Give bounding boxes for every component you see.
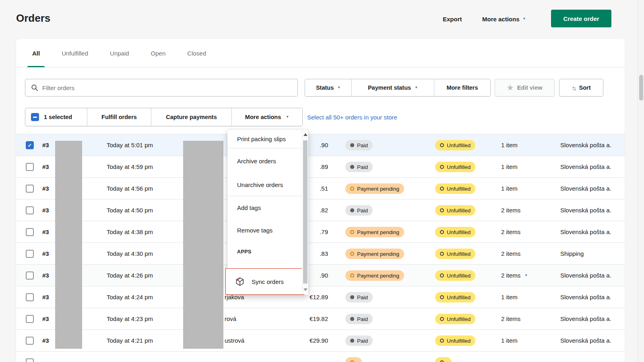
menu-item-sync-orders[interactable]: Sync orders — [225, 268, 304, 295]
row-checkbox[interactable] — [26, 185, 34, 193]
table-row[interactable]: #3 Today at 4:26 pm .90 Payment pending … — [16, 264, 625, 286]
fulfillment-status-badge: Unfulfilled — [435, 140, 475, 150]
items-count-cell: 1 item ▼ — [501, 286, 518, 308]
page-scrollbar-thumb[interactable] — [639, 75, 643, 101]
fulfillment-status-label: Unfulfilled — [447, 208, 471, 214]
order-total: €29.90 — [274, 330, 328, 352]
table-row[interactable]: #3 Today at 4:23 pm rová €19.82 Paid Unf… — [16, 308, 625, 329]
row-checkbox[interactable] — [26, 206, 34, 214]
payment-status-dot-icon — [350, 252, 354, 256]
tab-unfulfilled[interactable]: Unfulfilled — [55, 39, 95, 67]
items-count-cell: 1 item ▼ — [501, 134, 518, 156]
order-id: #3 — [42, 200, 49, 221]
items-count-cell: 2 items ▼ — [501, 200, 520, 221]
tab-all[interactable]: All — [26, 39, 46, 67]
order-id: #3 — [42, 243, 49, 265]
table-row[interactable]: ✓ #3 Today at 5:01 pm .90 Paid Unfulfill… — [16, 134, 625, 156]
payment-status-dot-icon — [350, 274, 354, 278]
chevron-down-icon: ▼ — [415, 86, 418, 89]
items-caret-icon[interactable]: ▼ — [524, 274, 528, 277]
row-checkbox[interactable] — [26, 163, 34, 171]
row-checkbox[interactable] — [26, 358, 34, 362]
menu-item-unarchive-orders[interactable]: Unarchive orders — [227, 173, 302, 196]
fulfillment-status-ring-icon — [440, 208, 444, 212]
select-all-store-link[interactable]: Select all 50+ orders in your store — [307, 108, 397, 126]
more-actions-header-button[interactable]: More actions ▼ — [482, 13, 526, 25]
fulfillment-status-label: Unfulfilled — [447, 186, 471, 192]
page-scrollbar[interactable] — [638, 0, 644, 362]
fulfill-orders-button[interactable]: Fulfill orders — [87, 108, 151, 126]
table-row[interactable]: #3 Today at 4:50 pm .82 Paid Unfulfilled… — [16, 199, 625, 221]
sort-arrows-icon: ↑↓ — [572, 84, 576, 91]
fulfillment-status-label: Unfulfilled — [447, 229, 471, 235]
row-checkbox[interactable] — [26, 272, 34, 280]
selected-count-segment[interactable]: 1 selected — [25, 108, 87, 126]
payment-status-badge — [345, 357, 362, 362]
menu-item-label: Sync orders — [252, 278, 284, 285]
fulfillment-status-label: Unfulfilled — [447, 251, 471, 257]
customer-name: ustrová — [225, 330, 244, 352]
status-filter-button[interactable]: Status ▼ — [305, 79, 351, 96]
fulfillment-status-ring-icon — [440, 165, 444, 169]
fulfillment-status-badge: Unfulfilled — [435, 270, 475, 281]
row-checkbox[interactable] — [26, 250, 34, 258]
create-order-button[interactable]: Create order — [551, 10, 611, 27]
table-row[interactable]: #3 Today at 4:21 pm ustrová €29.90 Paid … — [16, 329, 625, 351]
more-actions-menu: Print packing slips Archive orders Unarc… — [227, 130, 308, 295]
row-checkbox[interactable]: ✓ — [26, 141, 34, 149]
delivery-method: Slovenská pošta a. — [560, 200, 624, 221]
table-row[interactable]: #3 Today at 4:24 pm rjakova €12.89 Paid … — [16, 286, 625, 308]
edit-view-button[interactable]: ★ Edit view — [495, 79, 555, 97]
items-count-cell: 1 item ▼ — [501, 156, 518, 178]
payment-status-label: Paid — [357, 142, 368, 148]
export-button[interactable]: Export — [443, 13, 462, 25]
menu-item-remove-tags[interactable]: Remove tags — [227, 219, 302, 241]
menu-section-apps: APPS — [227, 241, 302, 262]
fulfillment-status-badge: Unfulfilled — [435, 227, 475, 237]
items-count: 2 items — [501, 308, 520, 330]
payment-status-badge: Paid — [345, 205, 373, 216]
sort-button[interactable]: ↑↓ Sort — [559, 79, 603, 97]
menu-scrollbar[interactable] — [302, 130, 308, 294]
delivery-method: Slovenská pošta a. — [560, 330, 624, 352]
chevron-down-icon: ▼ — [523, 17, 526, 21]
fulfillment-status-badge: Unfulfilled — [435, 183, 475, 194]
tab-closed[interactable]: Closed — [181, 39, 213, 67]
search-input[interactable] — [42, 84, 292, 91]
scroll-down-arrow-icon[interactable] — [303, 288, 308, 291]
items-count: 2 items — [501, 221, 520, 243]
table-row[interactable]: ▼ — [16, 351, 625, 362]
row-checkbox[interactable] — [26, 337, 34, 345]
order-date: Today at 4:24 pm — [107, 286, 153, 308]
select-all-checkbox[interactable] — [31, 113, 39, 121]
payment-status-label: Paid — [357, 164, 368, 170]
bulk-more-actions-button[interactable]: More actions ▼ — [231, 108, 302, 126]
menu-item-archive-orders[interactable]: Archive orders — [227, 149, 302, 173]
menu-item-add-tags[interactable]: Add tags — [227, 197, 302, 219]
fulfillment-status-ring-icon — [440, 339, 444, 343]
more-filters-button[interactable]: More filters — [434, 79, 490, 96]
payment-status-label: Paid — [357, 208, 368, 214]
table-row[interactable]: #3 Today at 4:30 pm .83 Payment pending … — [16, 243, 625, 264]
tab-unpaid[interactable]: Unpaid — [103, 39, 136, 67]
order-id: #3 — [42, 178, 49, 200]
scroll-up-arrow-icon[interactable] — [303, 133, 308, 136]
payment-status-badge: Paid — [345, 314, 373, 324]
payment-status-dot-icon — [350, 143, 354, 147]
payment-status-filter-button[interactable]: Payment status ▼ — [351, 79, 434, 96]
row-checkbox[interactable] — [26, 315, 34, 323]
menu-scrollbar-thumb[interactable] — [303, 140, 308, 284]
tab-open[interactable]: Open — [144, 39, 172, 67]
table-row[interactable]: #3 Today at 4:38 pm .79 Payment pending … — [16, 221, 625, 243]
fulfillment-status-badge: Unfulfilled — [435, 292, 475, 302]
order-date: Today at 5:01 pm — [107, 134, 153, 156]
payment-status-badge: Paid — [345, 292, 373, 302]
table-row[interactable]: #3 Today at 4:59 pm .89 Paid Unfulfilled… — [16, 156, 625, 177]
bulk-actions-bar: 1 selected Fulfill orders Capture paymen… — [25, 108, 303, 126]
table-row[interactable]: #3 Today at 4:56 pm .51 Payment pending … — [16, 177, 625, 199]
filter-orders-search[interactable] — [25, 79, 298, 97]
capture-payments-button[interactable]: Capture payments — [151, 108, 231, 126]
row-checkbox[interactable] — [26, 228, 34, 236]
row-checkbox[interactable] — [26, 293, 34, 301]
menu-item-print-packing-slips[interactable]: Print packing slips — [227, 130, 302, 148]
